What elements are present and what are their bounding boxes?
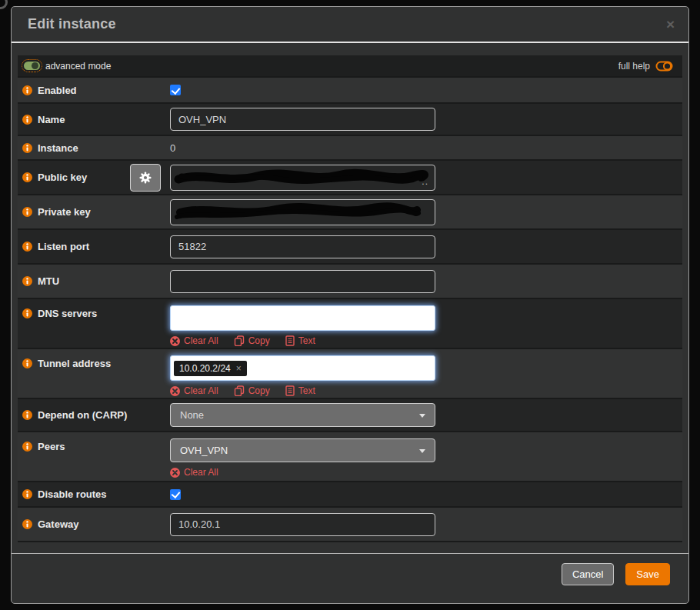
field-control-cell: Clear All Copy Text	[170, 299, 435, 346]
clear-all-link[interactable]: Clear All	[170, 467, 218, 478]
field-label-cell: Enabled	[18, 85, 170, 96]
field-label: Public key	[38, 172, 87, 183]
mtu-input[interactable]	[170, 270, 435, 293]
token-actions: Clear All Copy Text	[170, 385, 315, 396]
field-label: Listen port	[38, 241, 89, 252]
private-key-input-redacted[interactable]	[170, 199, 435, 225]
field-label: Name	[38, 114, 65, 125]
enabled-checkbox[interactable]	[170, 85, 181, 95]
dialog-body: advanced mode full help Enabled	[12, 43, 688, 542]
dialog-title: Edit instance	[28, 16, 116, 32]
cancel-button[interactable]: Cancel	[562, 563, 614, 585]
field-control-cell	[170, 199, 435, 225]
info-icon[interactable]	[22, 276, 32, 286]
name-input[interactable]	[170, 108, 435, 131]
field-row-listen-port: Listen port	[18, 230, 682, 265]
field-row-tunnel-address: Tunnel address 10.0.20.2/24 × Clear All	[18, 349, 682, 399]
dialog-footer: Cancel Save	[12, 553, 688, 585]
field-label-cell: MTU	[18, 275, 170, 287]
field-label-cell: Public key	[18, 172, 130, 183]
field-control-cell: 0	[170, 142, 175, 154]
text-link[interactable]: Text	[285, 335, 315, 346]
copy-icon	[234, 385, 245, 396]
text-link[interactable]: Text	[285, 385, 315, 396]
depend-on-carp-select[interactable]: None	[170, 403, 435, 427]
field-control-cell	[170, 235, 435, 258]
times-circle-icon	[170, 468, 180, 478]
gateway-input[interactable]	[170, 513, 435, 536]
token-actions: Clear All	[170, 467, 218, 478]
dns-servers-token-input[interactable]	[170, 305, 435, 331]
advanced-mode-group: advanced mode	[24, 61, 111, 72]
token: 10.0.20.2/24 ×	[174, 361, 247, 376]
file-text-icon	[285, 385, 295, 396]
field-control-cell: 10.0.20.2/24 × Clear All Copy	[170, 349, 435, 396]
info-icon[interactable]	[22, 85, 32, 95]
field-control-cell	[170, 489, 181, 500]
field-label: DNS servers	[38, 308, 97, 319]
field-control-cell	[170, 108, 435, 131]
copy-label: Copy	[248, 385, 270, 396]
field-row-name: Name	[18, 104, 682, 136]
full-help-toggle-icon[interactable]	[655, 61, 673, 72]
gear-icon	[139, 172, 152, 184]
info-icon[interactable]	[22, 115, 32, 125]
field-label: Peers	[38, 441, 65, 452]
background-page-fragment	[0, 0, 8, 9]
advanced-mode-label: advanced mode	[45, 61, 111, 72]
field-label-cell: DNS servers	[18, 299, 170, 319]
info-icon[interactable]	[22, 519, 32, 529]
redaction-scribble	[172, 167, 431, 190]
info-icon[interactable]	[22, 489, 32, 499]
disable-routes-checkbox[interactable]	[170, 489, 181, 500]
field-label: Disable routes	[38, 488, 107, 500]
info-icon[interactable]	[22, 442, 32, 452]
select-value: OVH_VPN	[180, 445, 228, 456]
clear-all-link[interactable]: Clear All	[170, 335, 218, 346]
generate-key-button[interactable]	[130, 164, 161, 192]
info-icon[interactable]	[22, 207, 32, 217]
clear-all-link[interactable]: Clear All	[170, 385, 218, 396]
field-row-instance: Instance 0	[18, 136, 682, 161]
field-label: Gateway	[38, 518, 78, 530]
info-icon[interactable]	[22, 358, 32, 368]
save-button[interactable]: Save	[625, 563, 670, 585]
field-label-cell: Gateway	[18, 518, 170, 530]
info-icon[interactable]	[22, 242, 32, 252]
field-label: Instance	[38, 142, 78, 154]
copy-link[interactable]: Copy	[234, 335, 270, 346]
edit-instance-dialog: Edit instance × advanced mode full help …	[11, 6, 689, 604]
clear-all-label: Clear All	[184, 335, 218, 346]
field-row-public-key: Public key	[18, 161, 682, 195]
info-icon[interactable]	[22, 143, 32, 153]
field-row-gateway: Gateway	[18, 508, 682, 542]
tunnel-address-token-input[interactable]: 10.0.20.2/24 ×	[170, 355, 435, 381]
text-label: Text	[298, 385, 315, 396]
field-control-cell	[170, 270, 435, 293]
info-icon[interactable]	[22, 308, 32, 318]
times-circle-icon	[170, 386, 180, 396]
field-label: Depend on (CARP)	[38, 409, 127, 421]
token-value: 10.0.20.2/24	[179, 363, 231, 374]
info-icon[interactable]	[22, 410, 32, 420]
token-remove-icon[interactable]: ×	[236, 364, 242, 373]
info-icon[interactable]	[22, 172, 32, 182]
public-key-input-redacted[interactable]: ..	[170, 165, 435, 191]
instance-value: 0	[170, 142, 175, 154]
close-icon[interactable]: ×	[666, 17, 675, 32]
field-control-cell: ..	[130, 164, 435, 192]
copy-link[interactable]: Copy	[234, 385, 270, 396]
field-row-disable-routes: Disable routes	[18, 482, 682, 508]
field-control-cell	[170, 85, 181, 95]
token-actions: Clear All Copy Text	[170, 335, 315, 346]
peers-select[interactable]: OVH_VPN	[170, 438, 435, 462]
field-row-private-key: Private key	[18, 195, 682, 230]
times-circle-icon	[170, 336, 180, 346]
field-row-depend-on-carp: Depend on (CARP) None	[18, 399, 682, 432]
advanced-mode-toggle-icon[interactable]	[24, 62, 40, 70]
chevron-down-icon	[419, 414, 425, 418]
listen-port-input[interactable]	[170, 235, 435, 258]
copy-icon	[234, 335, 245, 346]
help-bar: advanced mode full help	[18, 55, 682, 78]
copy-label: Copy	[248, 335, 270, 346]
